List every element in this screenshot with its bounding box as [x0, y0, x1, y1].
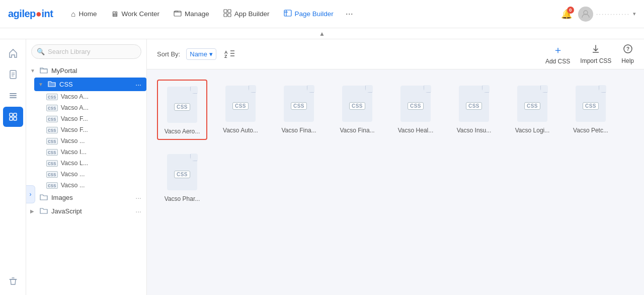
js-more-icon[interactable]: ···	[134, 207, 142, 215]
import-css-button[interactable]: Import CSS	[580, 44, 611, 64]
collapse-bar[interactable]: ▲	[0, 28, 644, 39]
main-layout: › 🔍 ▼ MyPortal ▼	[0, 39, 644, 295]
tree-item-images[interactable]: ▶ Images ···	[26, 191, 146, 204]
file-item-2[interactable]: CSS Vacso Auto...	[215, 80, 266, 140]
css-badge-7: CSS	[524, 102, 540, 110]
nav-app-builder[interactable]: App Builder	[217, 5, 276, 23]
svg-rect-4	[228, 14, 231, 17]
notification-button[interactable]: 🔔 0	[561, 9, 572, 20]
tree-item-javascript[interactable]: ▶ JavaScript ···	[26, 204, 146, 218]
logo[interactable]: agilep●int	[8, 8, 53, 20]
chevron-down-icon: ▾	[633, 11, 636, 17]
file-name-4: Vacso Fina...	[340, 127, 374, 134]
toolbar-actions: ＋ Add CSS Import CSS ? Help	[545, 43, 634, 65]
file-item-4[interactable]: CSS Vacso Fina...	[332, 80, 382, 140]
svg-text:?: ?	[626, 46, 629, 52]
page-builder-icon	[284, 9, 292, 19]
file-item-6[interactable]: CSS Vacso Insu...	[449, 80, 499, 140]
help-icon: ?	[623, 44, 633, 56]
notification-badge: 0	[567, 7, 574, 14]
file-name-9: Vacso Phar...	[165, 195, 200, 202]
tree-css-file-6[interactable]: css Vacso I...	[42, 146, 146, 158]
logo-text: agilep●int	[8, 8, 53, 20]
nav-home[interactable]: ⌂ Home	[65, 6, 103, 22]
css-folder-icon	[48, 80, 56, 89]
css-file-2-label: Vacso A...	[61, 104, 89, 111]
css-file-icon: css	[46, 160, 58, 167]
tree-css-file-5[interactable]: css Vacso ...	[42, 135, 146, 146]
chevron-right-icon: ›	[30, 191, 32, 198]
sidebar-icon-list[interactable]	[3, 86, 23, 106]
download-icon	[591, 44, 601, 56]
css-folder-more-icon[interactable]: ···	[134, 81, 142, 89]
tree-css-file-3[interactable]: css Vacso F...	[42, 113, 146, 124]
css-file-icon-5: CSS	[397, 84, 434, 124]
sidebar-icon-pages[interactable]	[3, 107, 23, 127]
svg-rect-2	[228, 10, 231, 13]
tree-item-myportal[interactable]: ▼ MyPortal	[26, 64, 146, 78]
css-file-icon: css	[46, 116, 58, 122]
css-file-6-label: Vacso I...	[61, 149, 87, 156]
css-file-icon: css	[46, 171, 58, 178]
sidebar-icon-trash[interactable]	[3, 271, 23, 291]
search-box: 🔍	[31, 44, 141, 59]
myportal-label: MyPortal	[51, 67, 142, 75]
css-file-icon-4: CSS	[339, 84, 375, 124]
nav-work-center[interactable]: 🖥 Work Center	[105, 6, 166, 22]
nav-manage[interactable]: Manage	[168, 5, 215, 23]
sort-name-select[interactable]: Name ▾	[186, 48, 216, 60]
user-menu[interactable]: ············ ▾	[578, 7, 636, 22]
sidebar-icon-doc[interactable]	[3, 64, 23, 85]
search-icon: 🔍	[37, 48, 45, 55]
tree-css-file-1[interactable]: css Vacso A...	[42, 91, 146, 102]
css-file-9-label: Vacso ...	[61, 182, 85, 189]
css-file-8-label: Vacso ...	[61, 171, 85, 178]
sidebar-icon-home[interactable]	[3, 43, 23, 63]
add-css-button[interactable]: ＋ Add CSS	[545, 43, 570, 65]
search-input[interactable]	[48, 48, 136, 55]
file-name-7: Vacso Logi...	[515, 127, 549, 134]
file-item-3[interactable]: CSS Vacso Fina...	[274, 80, 324, 140]
nav-page-builder[interactable]: Page Builder	[278, 5, 340, 23]
nav-page-builder-label: Page Builder	[295, 10, 334, 18]
folder-icon	[174, 9, 182, 19]
file-item-5[interactable]: CSS Vacso Heal...	[390, 80, 441, 140]
file-item-1[interactable]: CSS Vacso Aero...	[157, 80, 207, 140]
tree-item-css[interactable]: ▼ CSS ···	[34, 78, 146, 91]
css-file-5-label: Vacso ...	[61, 137, 85, 144]
tree-css-file-8[interactable]: css Vacso ...	[42, 169, 146, 180]
file-item-9[interactable]: CSS Vacso Phar...	[157, 148, 207, 206]
file-item-7[interactable]: CSS Vacso Logi...	[507, 80, 557, 140]
tree-css-file-2[interactable]: css Vacso A...	[42, 102, 146, 113]
nav-items: ⌂ Home 🖥 Work Center Manage App Builder …	[65, 5, 560, 23]
content-area: Sort By: Name ▾ A Z ＋ Add CSS	[147, 39, 644, 295]
help-button[interactable]: ? Help	[621, 44, 634, 64]
css-file-icon-2: CSS	[222, 84, 259, 124]
css-badge-6: CSS	[466, 102, 482, 110]
svg-rect-15	[10, 97, 17, 98]
images-folder-icon	[40, 193, 48, 202]
sort-az-icon[interactable]: A Z	[224, 49, 235, 60]
javascript-folder-icon	[40, 207, 48, 215]
css-file-7-label: Vacso L...	[61, 160, 89, 167]
images-more-icon[interactable]: ···	[134, 194, 142, 202]
tree-sidebar: 🔍 ▼ MyPortal ▼ CSS ···	[26, 39, 147, 295]
help-label: Help	[621, 57, 634, 64]
css-badge-1: CSS	[174, 103, 190, 111]
svg-rect-18	[10, 117, 13, 120]
tree-css-file-7[interactable]: css Vacso L...	[42, 158, 146, 169]
tree-css-file-4[interactable]: css Vacso F...	[42, 124, 146, 135]
import-css-label: Import CSS	[580, 57, 611, 64]
nav-work-center-label: Work Center	[121, 10, 159, 18]
collapse-icon: ▲	[319, 30, 325, 37]
svg-rect-1	[224, 10, 227, 13]
sidebar-expand-button[interactable]: ›	[26, 185, 35, 203]
svg-rect-13	[10, 93, 17, 94]
css-file-icon-3: CSS	[281, 84, 317, 124]
nav-more-button[interactable]: ···	[342, 5, 357, 23]
file-item-8[interactable]: CSS Vacso Petc...	[566, 80, 616, 140]
tree-css-file-9[interactable]: css Vacso ...	[42, 180, 146, 191]
plus-icon: ＋	[553, 43, 563, 57]
css-file-4-label: Vacso F...	[61, 126, 88, 133]
css-badge-5: CSS	[408, 102, 424, 110]
